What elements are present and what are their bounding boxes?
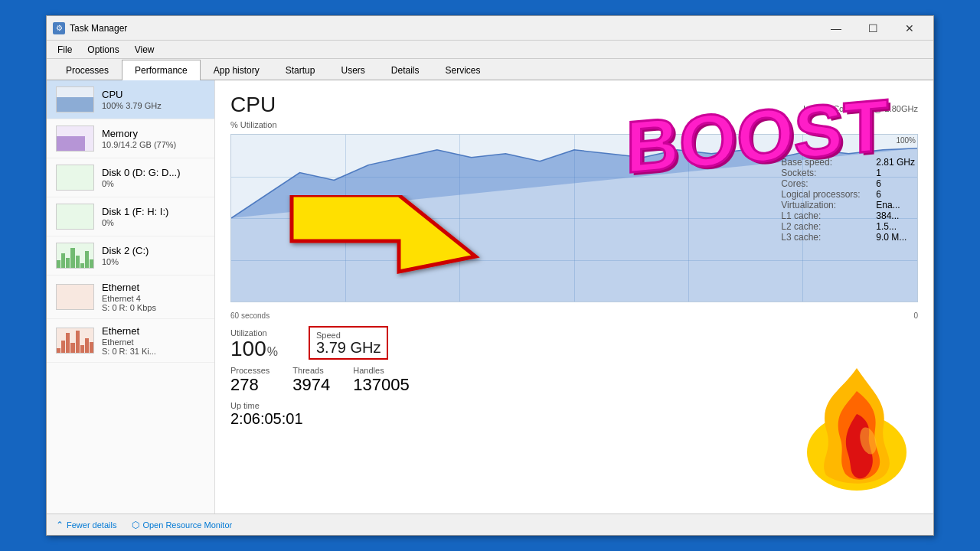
logical-row: Logical processors: 6 — [781, 189, 915, 200]
disk0-name: Disk 0 (D: G: D...) — [102, 167, 205, 178]
virtualization-label: Virtualization: — [781, 200, 873, 210]
graph-label-left: 60 seconds — [230, 311, 270, 320]
cores-value: 6 — [876, 178, 881, 189]
handles-stat: Handles 137005 — [353, 366, 409, 395]
cpu-thumbnail — [56, 86, 94, 112]
threads-label: Threads — [292, 366, 330, 375]
disk2-name: Disk 2 (C:) — [102, 245, 205, 256]
sidebar-item-ethernet2[interactable]: Ethernet Ethernet S: 0 R: 31 Ki... — [47, 319, 214, 363]
base-speed-row: Base speed: 2.81 GHz — [781, 157, 915, 168]
minimize-button[interactable]: — — [818, 18, 854, 38]
disk1-thumbnail — [56, 204, 94, 230]
bottom-bar: ⌃ Fewer details ⬡ Open Resource Monitor — [47, 514, 933, 535]
ethernet1-thumbnail — [56, 284, 94, 310]
sockets-label: Sockets: — [781, 168, 873, 178]
disk0-thumbnail — [56, 165, 94, 191]
tab-bar: Processes Performance App history Startu… — [47, 59, 933, 80]
disk0-info: Disk 0 (D: G: D...) 0% — [102, 167, 205, 188]
monitor-icon: ⬡ — [132, 520, 139, 530]
sidebar-item-ethernet1[interactable]: Ethernet Ethernet 4 S: 0 R: 0 Kbps — [47, 276, 214, 319]
speed-value: 3.79 GHz — [316, 340, 381, 355]
ethernet1-name: Ethernet — [102, 282, 205, 293]
menu-options[interactable]: Options — [83, 43, 123, 57]
base-speed-label: Base speed: — [781, 157, 873, 168]
sidebar-item-memory[interactable]: Memory 10.9/14.2 GB (77%) — [47, 119, 214, 158]
fewer-details-link[interactable]: ⌃ Fewer details — [56, 520, 116, 530]
sidebar-scroll[interactable]: CPU 100% 3.79 GHz Memory 10.9/14.2 GB (7… — [47, 80, 214, 514]
l2-row: L2 cache: 1.5... — [781, 221, 915, 232]
menu-view[interactable]: View — [130, 43, 159, 57]
cpu-detail: 100% 3.79 GHz — [102, 101, 205, 110]
virtualization-value: Ena... — [876, 200, 900, 210]
sockets-value: 1 — [876, 168, 881, 178]
cores-row: Cores: 6 — [781, 178, 915, 189]
disk2-thumbnail — [56, 243, 94, 269]
ethernet2-name: Ethernet — [102, 325, 205, 337]
fewer-details-label: Fewer details — [67, 520, 116, 530]
svg-point-3 — [858, 425, 880, 456]
close-button[interactable]: ✕ — [892, 18, 927, 38]
ethernet1-detail2: Ethernet 4 — [102, 294, 205, 303]
ethernet1-detail: S: 0 R: 0 Kbps — [102, 303, 205, 312]
menu-bar: File Options View — [47, 41, 933, 59]
memory-name: Memory — [102, 128, 205, 139]
tab-app-history[interactable]: App history — [201, 60, 273, 80]
uptime-value: 2:06:05:01 — [230, 410, 918, 428]
menu-file[interactable]: File — [53, 43, 77, 57]
virtualization-row: Virtualization: Ena... — [781, 200, 915, 210]
processes-label: Processes — [230, 366, 270, 375]
l1-value: 384... — [876, 210, 899, 221]
uptime-row: Up time 2:06:05:01 — [230, 401, 918, 428]
content-area: CPU 100% 3.79 GHz Memory 10.9/14.2 GB (7… — [47, 80, 933, 514]
l3-row: L3 cache: 9.0 M... — [781, 232, 915, 243]
cpu-name: CPU — [102, 89, 205, 100]
processes-stat: Processes 278 — [230, 366, 270, 395]
l1-label: L1 cache: — [781, 210, 873, 221]
l2-label: L2 cache: — [781, 221, 873, 232]
cores-label: Cores: — [781, 178, 873, 189]
tab-processes[interactable]: Processes — [53, 60, 122, 80]
tab-services[interactable]: Services — [433, 60, 494, 80]
ethernet2-detail2: Ethernet — [102, 337, 205, 347]
disk0-detail: 0% — [102, 179, 205, 188]
tab-details[interactable]: Details — [378, 60, 433, 80]
app-icon: ⚙ — [53, 22, 65, 34]
cpu-info: CPU 100% 3.79 GHz — [102, 89, 205, 110]
ethernet2-detail: S: 0 R: 31 Ki... — [102, 347, 205, 356]
sidebar-item-disk0[interactable]: Disk 0 (D: G: D...) 0% — [47, 158, 214, 197]
memory-detail: 10.9/14.2 GB (77%) — [102, 140, 205, 149]
ethernet1-info: Ethernet Ethernet 4 S: 0 R: 0 Kbps — [102, 282, 205, 312]
disk2-info: Disk 2 (C:) 10% — [102, 245, 205, 266]
processes-value: 278 — [230, 375, 270, 395]
logical-value: 6 — [876, 189, 881, 200]
threads-stat: Threads 3974 — [292, 366, 330, 395]
cpu-info-text: Intel(R) Core™ i5- @ 2.80GHz — [803, 104, 918, 113]
sockets-row: Sockets: 1 — [781, 168, 915, 178]
memory-info: Memory 10.9/14.2 GB (77%) — [102, 128, 205, 149]
disk1-name: Disk 1 (F: H: I:) — [102, 206, 205, 217]
l1-row: L1 cache: 384... — [781, 210, 915, 221]
logical-label: Logical processors: — [781, 189, 873, 200]
tab-performance[interactable]: Performance — [122, 60, 201, 80]
graph-labels: 60 seconds 0 — [230, 311, 918, 320]
sidebar-item-disk1[interactable]: Disk 1 (F: H: I:) 0% — [47, 197, 214, 236]
cpu-header: CPU Intel(R) Core™ i5- @ 2.80GHz — [230, 93, 918, 117]
tab-startup[interactable]: Startup — [273, 60, 328, 80]
handles-value: 137005 — [353, 375, 409, 395]
tab-users[interactable]: Users — [328, 60, 377, 80]
maximize-button[interactable]: ☐ — [855, 18, 890, 38]
ethernet2-info: Ethernet Ethernet S: 0 R: 31 Ki... — [102, 325, 205, 356]
l2-value: 1.5... — [876, 221, 897, 232]
threads-value: 3974 — [292, 375, 330, 395]
disk1-info: Disk 1 (F: H: I:) 0% — [102, 206, 205, 227]
chevron-down-icon: ⌃ — [56, 520, 64, 530]
cpu-subtitle: % Utilization — [230, 120, 918, 129]
sidebar-item-disk2[interactable]: Disk 2 (C:) 10% — [47, 236, 214, 276]
l3-label: L3 cache: — [781, 232, 873, 243]
sidebar-item-cpu[interactable]: CPU 100% 3.79 GHz — [47, 80, 214, 119]
base-speed-value: 2.81 GHz — [876, 157, 915, 168]
utilization-value: 100 — [230, 338, 266, 360]
window-controls: — ☐ ✕ — [818, 18, 927, 38]
open-monitor-link[interactable]: ⬡ Open Resource Monitor — [132, 520, 232, 530]
task-manager-window: ⚙ Task Manager — ☐ ✕ File Options View P… — [46, 15, 934, 536]
